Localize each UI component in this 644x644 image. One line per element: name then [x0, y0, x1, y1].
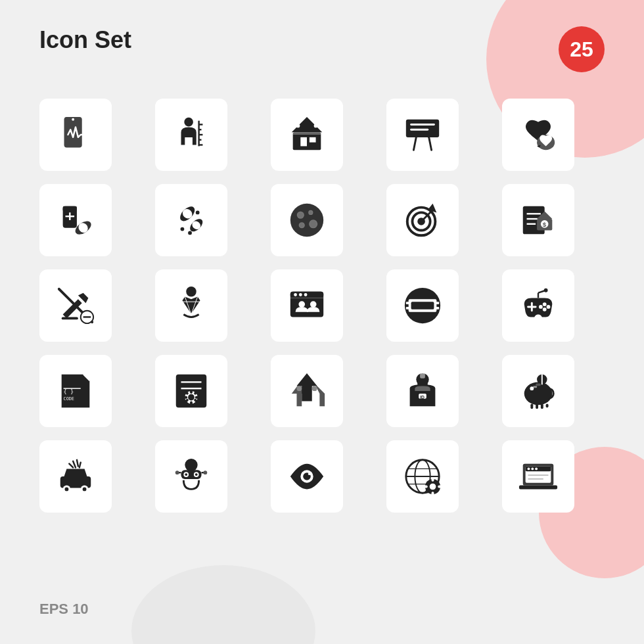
svg-line-137 [77, 460, 78, 467]
svg-rect-16 [293, 132, 321, 135]
svg-point-168 [528, 467, 530, 470]
svg-rect-13 [310, 137, 316, 143]
love-chat-icon[interactable] [502, 99, 574, 171]
svg-rect-101 [183, 396, 187, 399]
svg-rect-60 [62, 317, 78, 319]
svg-point-85 [539, 305, 543, 309]
eye-icon[interactable] [271, 440, 343, 513]
vr-person-icon[interactable] [155, 440, 227, 513]
svg-rect-102 [195, 396, 199, 399]
svg-line-136 [69, 464, 73, 468]
diamond-person-svg [171, 285, 212, 326]
house-document-icon[interactable]: $ [502, 184, 574, 256]
billboard-svg [402, 114, 443, 155]
svg-rect-159 [432, 478, 434, 482]
svg-rect-122 [536, 403, 538, 409]
svg-rect-115 [420, 373, 425, 379]
svg-point-64 [186, 287, 196, 297]
code-file-icon[interactable]: { } CODE [39, 355, 112, 427]
svg-rect-128 [536, 383, 541, 386]
medicine-svg [55, 200, 96, 241]
globe-icon[interactable] [386, 440, 459, 513]
svg-point-147 [175, 471, 179, 474]
car-crash-svg [55, 456, 96, 497]
svg-point-143 [185, 473, 187, 476]
svg-rect-124 [530, 403, 533, 409]
svg-point-89 [544, 288, 548, 292]
svg-rect-1 [64, 117, 82, 148]
svg-rect-78 [434, 302, 439, 304]
svg-point-83 [543, 302, 547, 306]
svg-rect-161 [424, 486, 428, 488]
page-title: Icon Set [39, 26, 131, 54]
svg-point-113 [312, 386, 317, 391]
svg-rect-162 [438, 486, 442, 488]
no-edit-svg [55, 285, 96, 326]
moon-icon[interactable] [271, 184, 343, 256]
car-crash-icon[interactable] [39, 440, 112, 513]
piggy-bank-svg [518, 371, 559, 411]
svg-text:CODE: CODE [64, 396, 74, 402]
svg-point-36 [196, 210, 200, 214]
gamepad-svg [518, 285, 559, 326]
badge-number: 25 [559, 26, 605, 72]
svg-rect-79 [434, 307, 439, 310]
svg-text:$: $ [543, 221, 547, 228]
svg-rect-25 [63, 206, 77, 212]
engineer-icon[interactable]: ID [386, 355, 459, 427]
svg-rect-100 [190, 402, 193, 405]
eps-label: EPS 10 [39, 601, 89, 617]
capsule-icon[interactable] [155, 184, 227, 256]
svg-point-132 [65, 487, 69, 491]
medicine-icon[interactable] [39, 184, 112, 256]
svg-point-34 [181, 227, 185, 231]
svg-point-139 [185, 459, 197, 471]
svg-line-18 [413, 137, 416, 150]
body-measurement-svg [171, 114, 212, 155]
svg-point-151 [308, 472, 311, 475]
health-app-icon[interactable] [39, 99, 112, 171]
svg-text:ID: ID [420, 395, 425, 400]
svg-rect-129 [533, 386, 537, 388]
svg-rect-12 [300, 137, 307, 147]
globe-svg [402, 456, 443, 497]
svg-point-71 [298, 301, 305, 308]
code-file-svg: { } CODE [55, 371, 96, 411]
body-measurement-icon[interactable] [155, 99, 227, 171]
billboard-icon[interactable] [386, 99, 459, 171]
svg-point-144 [195, 473, 198, 476]
target-svg [402, 200, 443, 241]
svg-rect-17 [406, 120, 439, 137]
web-team-icon[interactable] [271, 269, 343, 342]
piggy-bank-icon[interactable] [502, 355, 574, 427]
svg-rect-165 [519, 486, 557, 490]
gamepad-icon[interactable] [502, 269, 574, 342]
svg-point-15 [314, 124, 318, 128]
svg-point-38 [290, 204, 323, 237]
diamond-person-icon[interactable] [155, 269, 227, 342]
moon-svg [287, 200, 327, 241]
laptop-window-svg [518, 456, 559, 497]
svg-point-84 [547, 305, 551, 309]
no-edit-icon[interactable] [39, 269, 112, 342]
svg-rect-80 [411, 302, 434, 310]
svg-point-35 [188, 231, 192, 235]
svg-line-135 [73, 461, 76, 468]
web-team-svg [287, 285, 327, 326]
page-footer: EPS 10 [39, 601, 89, 618]
svg-text:{  }: { } [64, 388, 74, 395]
engineer-svg: ID [402, 371, 443, 411]
laptop-window-icon[interactable] [502, 440, 574, 513]
svg-rect-160 [432, 492, 434, 495]
target-icon[interactable] [386, 184, 459, 256]
film-frame-icon[interactable] [386, 269, 459, 342]
svg-point-134 [83, 487, 87, 491]
svg-point-72 [310, 301, 317, 308]
settings-document-icon[interactable] [155, 355, 227, 427]
svg-rect-76 [406, 302, 411, 304]
svg-point-170 [535, 467, 538, 470]
gingerbread-house-icon[interactable] [271, 99, 343, 171]
upload-icon[interactable] [271, 355, 343, 427]
svg-point-98 [188, 394, 195, 401]
svg-point-169 [531, 467, 534, 470]
